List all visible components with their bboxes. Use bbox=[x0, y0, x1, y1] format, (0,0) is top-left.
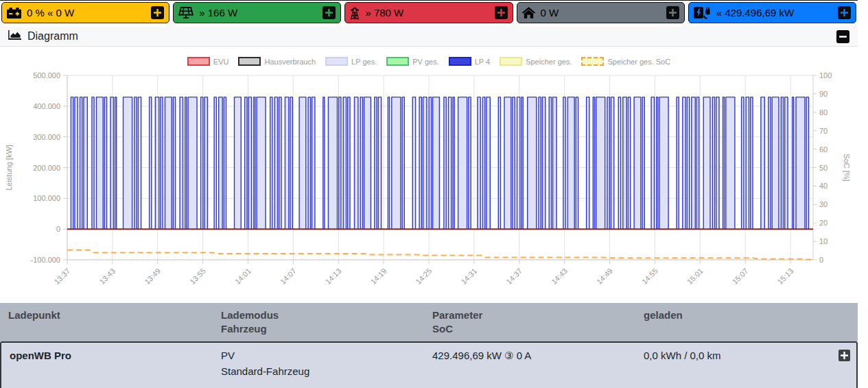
svg-text:14:31: 14:31 bbox=[459, 267, 478, 286]
svg-text:100.000: 100.000 bbox=[33, 194, 60, 202]
svg-text:50: 50 bbox=[819, 164, 828, 172]
fahrzeug-value: Standard-Fahrzeug bbox=[221, 363, 424, 379]
legend-swatch bbox=[449, 57, 471, 66]
svg-text:0: 0 bbox=[56, 225, 60, 233]
legend-label: LP ges. bbox=[351, 58, 377, 66]
legend-item-6: Speicher ges. SoC bbox=[581, 57, 670, 66]
power-soc-chart: 500.000400.000300.000200.000100.0000-100… bbox=[0, 67, 856, 300]
legend-item-0: EVU bbox=[187, 57, 229, 66]
y-right-axis-title: SoC [%] bbox=[843, 154, 851, 181]
series-lp4 bbox=[71, 97, 808, 230]
svg-text:60: 60 bbox=[819, 145, 828, 154]
svg-text:13:49: 13:49 bbox=[143, 267, 162, 286]
badge-battery-value: 0 % « 0 W bbox=[27, 7, 74, 19]
legend-item-3: PV ges. bbox=[386, 57, 439, 66]
col-ladepunkt: Ladepunkt bbox=[8, 308, 213, 322]
solar-panel-icon bbox=[178, 7, 193, 19]
chargepoint-row: openWB Pro PV Standard-Fahrzeug 429.496,… bbox=[0, 341, 858, 388]
legend-swatch bbox=[386, 57, 409, 66]
svg-text:13:55: 13:55 bbox=[188, 267, 207, 286]
chart-area-icon bbox=[8, 30, 21, 43]
legend-swatch bbox=[325, 57, 348, 66]
svg-text:14:01: 14:01 bbox=[233, 267, 253, 286]
svg-text:200.000: 200.000 bbox=[33, 164, 60, 172]
svg-text:40: 40 bbox=[819, 182, 828, 190]
chart-legend: EVUHausverbrauchLP ges.PV ges.LP 4Speich… bbox=[0, 56, 858, 67]
col-lademodus: Lademodus bbox=[221, 308, 424, 322]
svg-text:10: 10 bbox=[819, 237, 828, 245]
house-icon bbox=[522, 7, 535, 19]
legend-label: Hausverbrauch bbox=[264, 58, 316, 66]
openwb-page: 0 % « 0 W» 166 W» 780 W0 W« 429.496,69 k… bbox=[0, 0, 858, 388]
svg-text:14:25: 14:25 bbox=[414, 267, 433, 286]
legend-label: Speicher ges. SoC bbox=[607, 58, 670, 66]
badge-battery: 0 % « 0 W bbox=[1, 2, 169, 23]
badge-battery-expand-button[interactable] bbox=[151, 6, 164, 19]
legend-item-2: LP ges. bbox=[325, 57, 377, 66]
legend-swatch bbox=[581, 57, 604, 66]
series-soc bbox=[67, 250, 813, 260]
badge-pv-expand-button[interactable] bbox=[322, 6, 336, 19]
svg-text:30: 30 bbox=[819, 200, 828, 208]
legend-label: EVU bbox=[213, 58, 229, 66]
charge-point-icon bbox=[694, 6, 711, 19]
chargepoint-table-header: Ladepunkt LademodusFahrzeug ParameterSoC… bbox=[0, 303, 858, 341]
svg-text:0: 0 bbox=[819, 256, 823, 264]
power-tower-icon bbox=[350, 5, 360, 20]
svg-text:80: 80 bbox=[819, 108, 828, 117]
chargepoint-name: openWB Pro bbox=[1, 348, 213, 379]
svg-text:70: 70 bbox=[819, 127, 828, 135]
chart-body: EVUHausverbrauchLP ges.PV ges.LP 4Speich… bbox=[0, 47, 858, 303]
badge-house-value: 0 W bbox=[541, 7, 559, 19]
badge-house-expand-button[interactable] bbox=[666, 6, 679, 19]
svg-text:20: 20 bbox=[819, 219, 828, 227]
svg-text:90: 90 bbox=[819, 90, 828, 98]
legend-label: LP 4 bbox=[475, 58, 490, 66]
badge-chargepoint-value: « 429.496,69 kW bbox=[716, 7, 794, 19]
legend-item-4: LP 4 bbox=[449, 57, 490, 66]
legend-item-5: Speicher ges. bbox=[500, 57, 572, 66]
badge-house: 0 W bbox=[517, 2, 685, 23]
svg-text:14:43: 14:43 bbox=[550, 267, 569, 286]
svg-text:500.000: 500.000 bbox=[33, 71, 60, 80]
svg-text:13:43: 13:43 bbox=[97, 267, 117, 286]
badge-chargepoint: « 429.496,69 kW bbox=[688, 2, 856, 23]
svg-text:14:07: 14:07 bbox=[279, 267, 298, 286]
car-battery-icon bbox=[7, 8, 21, 19]
status-badges: 0 % « 0 W» 166 W» 780 W0 W« 429.496,69 k… bbox=[0, 1, 858, 27]
row-expand-button[interactable] bbox=[838, 350, 850, 361]
collapse-button[interactable] bbox=[836, 30, 849, 43]
badge-grid: » 780 W bbox=[344, 2, 513, 23]
diagram-card-header: Diagramm bbox=[0, 27, 858, 47]
badge-chargepoint-expand-button[interactable] bbox=[838, 6, 851, 19]
badge-pv: » 166 W bbox=[173, 2, 341, 23]
badge-grid-value: » 780 W bbox=[365, 7, 403, 19]
svg-text:100: 100 bbox=[819, 71, 832, 80]
col-geladen: geladen bbox=[644, 308, 858, 322]
legend-swatch bbox=[187, 57, 210, 66]
svg-text:15:13: 15:13 bbox=[776, 267, 795, 286]
badge-grid-expand-button[interactable] bbox=[495, 6, 508, 19]
parameter-value: 429.496,69 kW ③ 0 A bbox=[424, 348, 635, 379]
geladen-value: 0,0 kWh / 0,0 km bbox=[644, 348, 721, 363]
col-parameter: Parameter bbox=[432, 308, 635, 322]
diagram-title: Diagramm bbox=[27, 30, 78, 43]
svg-text:14:55: 14:55 bbox=[640, 267, 659, 286]
y-left-axis-title: Leistung [kW] bbox=[5, 145, 13, 191]
svg-text:15:07: 15:07 bbox=[731, 267, 750, 286]
legend-label: PV ges. bbox=[412, 58, 439, 66]
svg-text:14:49: 14:49 bbox=[595, 267, 614, 286]
diagram-card: Diagramm EVUHausverbrauchLP ges.PV ges.L… bbox=[0, 27, 858, 303]
legend-label: Speicher ges. bbox=[526, 58, 572, 66]
legend-item-1: Hausverbrauch bbox=[238, 57, 316, 66]
svg-text:400.000: 400.000 bbox=[33, 102, 60, 110]
svg-text:14:19: 14:19 bbox=[369, 267, 388, 286]
svg-text:15:01: 15:01 bbox=[685, 267, 705, 286]
svg-text:13:37: 13:37 bbox=[52, 267, 71, 286]
svg-text:14:37: 14:37 bbox=[504, 267, 524, 286]
legend-swatch bbox=[500, 57, 522, 66]
col-soc: SoC bbox=[432, 322, 635, 336]
svg-text:14:13: 14:13 bbox=[324, 267, 343, 286]
legend-swatch bbox=[238, 57, 261, 66]
svg-text:-100.000: -100.000 bbox=[31, 256, 60, 264]
